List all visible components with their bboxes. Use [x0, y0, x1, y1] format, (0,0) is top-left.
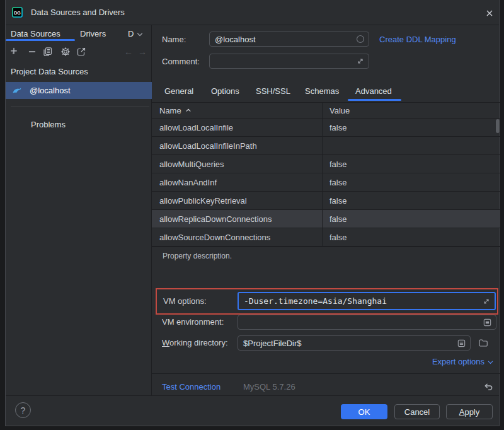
property-description-text: Property description. — [163, 252, 232, 260]
cancel-button[interactable]: Cancel — [394, 404, 440, 419]
tab-data-sources[interactable]: Data Sources — [11, 28, 60, 40]
working-directory-input[interactable]: $ProjectFileDir$ — [238, 335, 471, 351]
property-value-cell[interactable]: false — [323, 155, 500, 173]
column-header-value[interactable]: Value — [323, 103, 500, 118]
tab-ssh-ssl[interactable]: SSH/SSL — [256, 85, 290, 98]
property-value-cell[interactable]: false — [323, 210, 500, 228]
test-connection-link[interactable]: Test Connection — [162, 381, 220, 393]
comment-input[interactable] — [209, 54, 369, 69]
property-name-cell[interactable]: allowLoadLocalInfileInPath — [152, 137, 323, 154]
property-name-cell[interactable]: allowLoadLocalInfile — [152, 119, 323, 136]
expert-options-link[interactable]: Expert options — [432, 356, 494, 368]
active-sidebar-tab-indicator — [6, 39, 75, 41]
open-in-editor-icon[interactable] — [76, 47, 86, 57]
table-row[interactable]: allowPublicKeyRetrievalfalse — [152, 192, 500, 210]
active-tab-indicator — [348, 99, 401, 101]
vm-options-label: VM options: — [163, 294, 207, 309]
status-circle-icon — [356, 35, 365, 44]
name-label: Name: — [162, 32, 186, 47]
sort-ascending-icon — [185, 107, 192, 113]
insert-variables-icon[interactable] — [457, 339, 466, 348]
property-name-cell[interactable]: allowPublicKeyRetrieval — [152, 192, 323, 209]
vm-environment-label: VM environment: — [162, 315, 224, 330]
table-row[interactable]: allowSourceDownConnectionsfalse — [152, 228, 500, 247]
back-icon[interactable]: ← — [124, 47, 133, 57]
apply-button[interactable]: Apply — [446, 404, 493, 419]
close-button[interactable] — [483, 7, 496, 20]
create-ddl-mapping-link[interactable]: Create DDL Mapping — [379, 32, 456, 47]
property-name-cell[interactable]: allowSourceDownConnections — [152, 228, 323, 246]
help-icon: ? — [21, 405, 26, 415]
advanced-properties-table: Name Value allowLoadLocalInfilefalseallo… — [152, 102, 500, 247]
working-directory-value: $ProjectFileDir$ — [238, 339, 457, 348]
property-value-cell[interactable] — [323, 137, 500, 154]
table-scrollbar-thumb[interactable] — [496, 119, 500, 133]
revert-icon — [483, 381, 494, 392]
dialog-title: Data Sources and Drivers — [31, 0, 125, 25]
ok-button[interactable]: OK — [341, 404, 387, 419]
database-version-text: MySQL 5.7.26 — [243, 381, 295, 393]
table-header: Name Value — [152, 103, 500, 119]
expand-icon[interactable] — [482, 297, 491, 306]
help-button[interactable]: ? — [15, 402, 31, 418]
sidebar-item-problems[interactable]: Problems — [31, 120, 66, 130]
name-input-value: @localhost — [210, 35, 356, 44]
property-value-cell[interactable]: false — [323, 173, 500, 191]
property-name-cell[interactable]: allowReplicaDownConnections — [152, 210, 323, 228]
property-name-cell[interactable]: allowMultiQueries — [152, 155, 323, 173]
table-row[interactable]: allowReplicaDownConnectionsfalse — [152, 210, 500, 228]
data-sources-and-drivers-dialog: DG Data Sources and Drivers Data Sources… — [5, 0, 500, 426]
add-icon[interactable] — [9, 47, 19, 57]
property-value-cell[interactable]: false — [323, 192, 500, 209]
insert-variables-icon[interactable] — [483, 318, 492, 327]
table-row[interactable]: allowMultiQueriesfalse — [152, 155, 500, 173]
vm-options-value: -Duser.timezone=Asia/Shanghai — [239, 296, 482, 306]
property-value-cell[interactable]: false — [323, 119, 500, 136]
revert-button[interactable] — [482, 380, 495, 393]
tab-overflow[interactable]: D — [128, 28, 134, 40]
table-row[interactable]: allowLoadLocalInfileInPath — [152, 137, 500, 155]
column-header-name[interactable]: Name — [152, 103, 323, 118]
tab-advanced[interactable]: Advanced — [355, 85, 392, 98]
vm-environment-input[interactable] — [238, 315, 496, 330]
advanced-table-rows: allowLoadLocalInfilefalseallowLoadLocalI… — [152, 119, 500, 247]
data-source-item-localhost[interactable]: @localhost — [6, 82, 152, 99]
working-directory-label: Working directory: — [162, 335, 228, 351]
property-value-cell[interactable]: false — [323, 228, 500, 246]
sidebar — [6, 25, 152, 395]
svg-text:DG: DG — [14, 11, 21, 15]
close-icon — [485, 9, 494, 18]
duplicate-icon[interactable] — [43, 47, 53, 57]
chevron-down-icon — [487, 359, 494, 366]
browse-folder-icon[interactable] — [478, 338, 488, 348]
chevron-down-icon[interactable] — [136, 31, 144, 38]
tree-separator — [11, 106, 149, 107]
tab-schemas[interactable]: Schemas — [305, 85, 339, 98]
tab-options[interactable]: Options — [211, 85, 239, 98]
tab-general[interactable]: General — [164, 85, 193, 98]
forward-icon[interactable]: → — [138, 47, 147, 57]
bottom-bar-separator — [6, 395, 499, 396]
property-name-cell[interactable]: allowNanAndInf — [152, 173, 323, 191]
tab-drivers[interactable]: Drivers — [80, 28, 106, 40]
data-source-item-label: @localhost — [30, 86, 71, 95]
table-row[interactable]: allowNanAndInffalse — [152, 173, 500, 192]
comment-label: Comment: — [162, 54, 200, 69]
description-panel-separator — [152, 247, 500, 247]
title-bar: DG Data Sources and Drivers — [6, 0, 499, 25]
settings-gear-icon[interactable] — [60, 47, 71, 57]
table-row[interactable]: allowLoadLocalInfilefalse — [152, 119, 500, 137]
project-data-sources-label: Project Data Sources — [11, 66, 88, 78]
footer-separator — [152, 373, 500, 374]
datagrip-logo-icon: DG — [12, 7, 23, 18]
expand-icon[interactable] — [356, 57, 365, 66]
mysql-dolphin-icon — [12, 86, 22, 96]
name-input[interactable]: @localhost — [209, 32, 369, 47]
remove-icon[interactable] — [27, 47, 37, 57]
vm-options-input[interactable]: -Duser.timezone=Asia/Shanghai — [238, 292, 496, 310]
